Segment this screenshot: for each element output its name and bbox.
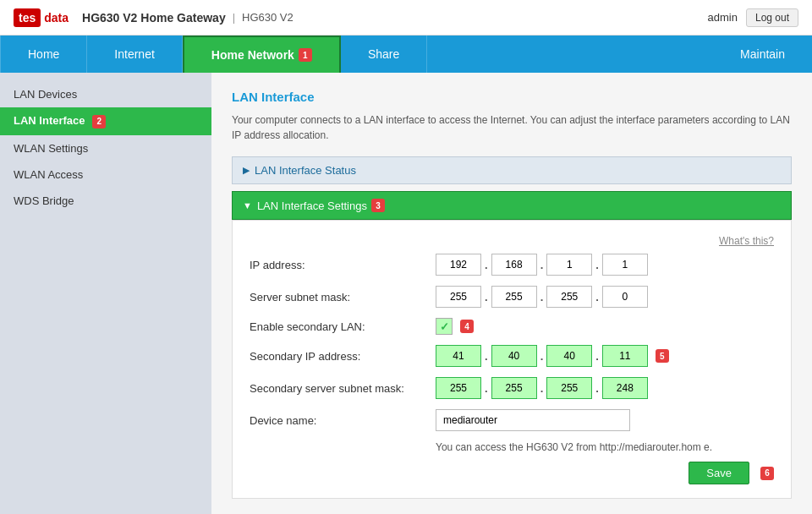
lan-settings-label: LAN Interface Settings [257,200,367,212]
sidebar-item-lan-interface[interactable]: LAN Interface 2 [0,107,211,135]
mask-octet-4[interactable] [602,286,648,308]
mask-octet-3[interactable] [546,286,592,308]
header-right: admin Log out [708,8,798,27]
whats-this-link[interactable]: What's this? [250,234,774,247]
device-name-inputs [436,409,630,431]
mask-octet-2[interactable] [491,286,537,308]
secondary-mask-octet-4[interactable] [602,377,648,399]
secondary-mask-inputs: . . . [436,377,648,399]
main-layout: LAN Devices LAN Interface 2 WLAN Setting… [0,73,812,514]
ip-address-inputs: . . . [436,254,648,276]
nav-home-network[interactable]: Home Network 1 [183,36,341,73]
status-arrow-icon: ▶ [243,165,250,176]
lan-status-label: LAN Interface Status [255,164,356,177]
secondary-mask-octet-1[interactable] [436,377,481,399]
ip-octet-4[interactable] [602,254,648,276]
sidebar-item-wlan-settings[interactable]: WLAN Settings [0,135,211,161]
secondary-ip-inputs: . . . 5 [436,345,669,367]
nav-share[interactable]: Share [341,36,427,73]
page-description: Your computer connects to a LAN interfac… [232,112,792,143]
device-name-input[interactable] [436,409,630,431]
subnet-mask-inputs: . . . [436,286,648,308]
secondary-mask-octet-3[interactable] [546,377,592,399]
content-area: LAN Interface Your computer connects to … [211,73,812,514]
secondary-mask-octet-2[interactable] [491,377,537,399]
enable-secondary-badge: 4 [460,320,474,333]
secondary-mask-label: Secondary server subnet mask: [250,382,436,395]
secondary-ip-octet-1[interactable] [436,345,481,367]
sidebar-lan-interface-badge: 2 [92,115,106,128]
subnet-mask-row: Server subnet mask: . . . [250,286,774,308]
lan-settings-badge: 3 [371,199,385,212]
settings-arrow-icon: ▼ [243,200,252,211]
header-title: HG630 V2 Home Gateway [82,11,226,25]
secondary-ip-badge: 5 [656,349,669,363]
header: tes data HG630 V2 Home Gateway | HG630 V… [0,0,812,36]
sidebar-item-wds-bridge[interactable]: WDS Bridge [0,188,211,214]
device-name-label: Device name: [250,414,436,427]
access-note: You can access the HG630 V2 from http://… [436,441,774,453]
mask-octet-1[interactable] [436,286,481,308]
device-name-row: Device name: [250,409,774,431]
secondary-mask-row: Secondary server subnet mask: . . . [250,377,774,399]
header-divider: | [233,11,235,24]
save-button[interactable]: Save [689,462,749,484]
ip-octet-2[interactable] [491,254,537,276]
ip-address-row: IP address: . . . [250,254,774,276]
settings-form: What's this? IP address: . . . Server su… [232,220,792,499]
secondary-ip-octet-4[interactable] [602,345,648,367]
ip-octet-3[interactable] [546,254,592,276]
nav-maintain[interactable]: Maintain [713,36,812,73]
logo-icon: tes [14,8,41,27]
lan-settings-section-header[interactable]: ▼ LAN Interface Settings 3 [232,191,792,220]
enable-secondary-inputs: 4 [436,318,474,335]
secondary-ip-octet-3[interactable] [546,345,592,367]
logout-button[interactable]: Log out [746,8,798,27]
save-badge: 6 [760,467,774,480]
secondary-ip-row: Secondary IP address: . . . 5 [250,345,774,367]
enable-secondary-checkbox[interactable] [436,318,453,335]
nav-internet[interactable]: Internet [87,36,182,73]
ip-address-label: IP address: [250,259,436,271]
save-row: Save 6 [250,462,774,484]
nav-home[interactable]: Home [0,36,87,73]
logo: tes data [14,8,69,27]
sidebar-item-wlan-access[interactable]: WLAN Access [0,161,211,188]
admin-label: admin [708,11,738,24]
main-nav: Home Internet Home Network 1 Share Maint… [0,36,812,73]
ip-octet-1[interactable] [436,254,481,276]
sidebar-item-lan-devices[interactable]: LAN Devices [0,81,211,107]
enable-secondary-label: Enable secondary LAN: [250,320,436,333]
subnet-mask-label: Server subnet mask: [250,291,436,303]
nav-home-network-badge: 1 [299,48,312,62]
secondary-ip-label: Secondary IP address: [250,350,436,363]
sidebar: LAN Devices LAN Interface 2 WLAN Setting… [0,73,211,514]
lan-status-section-header[interactable]: ▶ LAN Interface Status [232,156,792,184]
logo-data: data [44,11,69,25]
page-title: LAN Interface [232,90,792,104]
enable-secondary-row: Enable secondary LAN: 4 [250,318,774,335]
secondary-ip-octet-2[interactable] [491,345,537,367]
header-model: HG630 V2 [242,11,294,24]
